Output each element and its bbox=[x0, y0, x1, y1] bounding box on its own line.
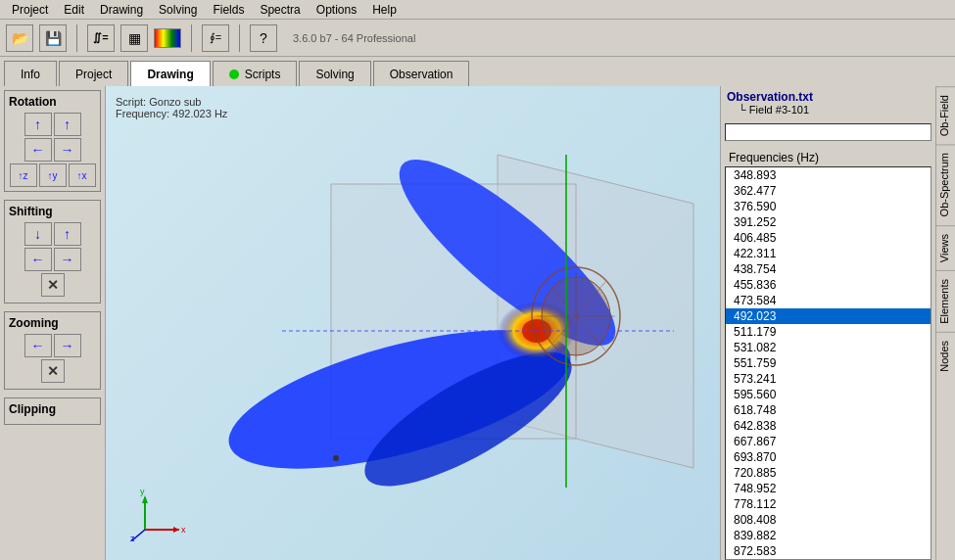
integral-double-button[interactable]: ∬= bbox=[87, 24, 115, 52]
freq-item[interactable]: 362.477 bbox=[726, 183, 931, 199]
freq-item[interactable]: 778.112 bbox=[726, 496, 931, 512]
obs-field-label: Field #3-101 bbox=[749, 104, 809, 116]
freq-item[interactable]: 438.754 bbox=[726, 261, 931, 277]
rotation-up-right[interactable]: ↑ bbox=[54, 113, 81, 136]
color-button[interactable] bbox=[154, 28, 181, 48]
menu-edit[interactable]: Edit bbox=[56, 3, 92, 17]
rotation-y[interactable]: ↑y bbox=[39, 163, 67, 187]
freq-item[interactable]: 808.408 bbox=[726, 512, 931, 528]
freq-section: Frequencies (Hz) 348.893362.477376.59039… bbox=[725, 149, 931, 560]
tab-scripts[interactable]: Scripts bbox=[213, 61, 298, 86]
freq-item[interactable]: 531.082 bbox=[726, 340, 931, 355]
shifting-up-left[interactable]: ↓ bbox=[24, 222, 52, 246]
clipping-section: Clipping bbox=[4, 397, 101, 425]
open-button[interactable]: 📂 bbox=[6, 24, 33, 52]
menu-solving[interactable]: Solving bbox=[151, 3, 205, 17]
freq-item[interactable]: 492.023 bbox=[726, 308, 931, 324]
freq-list[interactable]: 348.893362.477376.590391.252406.485422.3… bbox=[725, 166, 931, 560]
freq-item[interactable]: 595.560 bbox=[726, 387, 931, 402]
script-label: Script: bbox=[116, 96, 146, 108]
svg-point-15 bbox=[333, 455, 339, 461]
tab-drawing-label: Drawing bbox=[147, 68, 193, 81]
shifting-left[interactable]: ← bbox=[24, 248, 52, 271]
freq-item[interactable]: 642.838 bbox=[726, 418, 931, 434]
freq-item[interactable]: 406.485 bbox=[726, 230, 931, 246]
shifting-title: Shifting bbox=[9, 205, 96, 218]
rotation-title: Rotation bbox=[9, 95, 96, 109]
freq-item[interactable]: 693.870 bbox=[726, 449, 931, 465]
tab-info-label: Info bbox=[21, 68, 40, 81]
left-panel: Rotation ↑ ↑ ← → ↑z ↑y ↑x Shifting ↓ ↑ ←… bbox=[0, 86, 106, 560]
rotation-up-left[interactable]: ↑ bbox=[24, 113, 52, 136]
freq-item[interactable]: 391.252 bbox=[726, 214, 931, 230]
menu-drawing[interactable]: Drawing bbox=[92, 3, 151, 17]
side-tabs: Ob-Field Ob-Spectrum Views Elements Node… bbox=[935, 86, 955, 560]
freq-item[interactable]: 573.241 bbox=[726, 371, 931, 387]
side-tab-elements[interactable]: Elements bbox=[936, 270, 955, 332]
shifting-reset[interactable]: ✕ bbox=[41, 273, 65, 297]
freq-item[interactable]: 422.311 bbox=[726, 246, 931, 261]
rotation-axis-arrows: ↑z ↑y ↑x bbox=[9, 163, 96, 187]
integral-table-button[interactable]: ▦ bbox=[120, 24, 148, 52]
freq-item[interactable]: 348.893 bbox=[726, 167, 931, 183]
freq-item[interactable]: 748.952 bbox=[726, 481, 931, 496]
clipping-title: Clipping bbox=[9, 402, 96, 416]
zoom-in[interactable]: → bbox=[54, 334, 81, 357]
menu-fields[interactable]: Fields bbox=[205, 3, 252, 17]
shifting-section: Shifting ↓ ↑ ← → ✕ bbox=[4, 200, 101, 303]
tabbar: Info Project Drawing Scripts Solving Obs… bbox=[0, 57, 955, 86]
tab-project-label: Project bbox=[75, 68, 112, 81]
menu-options[interactable]: Options bbox=[309, 3, 364, 17]
rotation-arrows: ↑ ↑ ← → bbox=[9, 113, 96, 162]
svg-text:y: y bbox=[140, 487, 145, 496]
menu-help[interactable]: Help bbox=[364, 3, 405, 17]
tab-info[interactable]: Info bbox=[4, 61, 57, 86]
freq-item[interactable]: 872.583 bbox=[726, 543, 931, 559]
save-button[interactable]: 💾 bbox=[39, 24, 67, 52]
tab-drawing[interactable]: Drawing bbox=[130, 61, 210, 86]
freq-item[interactable]: 839.882 bbox=[726, 528, 931, 543]
freq-item[interactable]: 511.179 bbox=[726, 324, 931, 340]
rotation-left[interactable]: ← bbox=[24, 138, 52, 162]
tab-observation[interactable]: Observation bbox=[373, 61, 470, 86]
zoom-out[interactable]: ← bbox=[24, 334, 52, 357]
obs-text-area bbox=[725, 123, 931, 141]
help-button[interactable]: ? bbox=[250, 24, 277, 52]
tab-observation-label: Observation bbox=[390, 68, 454, 81]
frequency-value: 492.023 Hz bbox=[172, 108, 227, 119]
script-info: Script: Gonzo sub bbox=[116, 96, 227, 108]
script-name: Gonzo sub bbox=[149, 96, 201, 108]
zooming-title: Zooming bbox=[9, 316, 96, 330]
menu-spectra[interactable]: Spectra bbox=[252, 3, 308, 17]
freq-item[interactable]: 455.836 bbox=[726, 277, 931, 293]
version-label: 3.6.0 b7 - 64 Professional bbox=[293, 32, 415, 44]
rotation-x[interactable]: ↑x bbox=[69, 163, 96, 187]
rotation-right[interactable]: → bbox=[54, 138, 81, 162]
svg-marker-19 bbox=[142, 495, 148, 503]
freq-item[interactable]: 667.867 bbox=[726, 434, 931, 449]
freq-item[interactable]: 376.590 bbox=[726, 199, 931, 214]
viewport[interactable]: Script: Gonzo sub Frequency: 492.023 Hz bbox=[106, 86, 720, 560]
rotation-z[interactable]: ↑z bbox=[10, 163, 37, 187]
side-tab-ob-spectrum[interactable]: Ob-Spectrum bbox=[936, 144, 955, 224]
toolbar: 📂 💾 ∬= ▦ ∮= ? 3.6.0 b7 - 64 Professional bbox=[0, 20, 955, 57]
freq-item[interactable]: 618.748 bbox=[726, 402, 931, 418]
right-panel: Observation.txt └ Field #3-101 Frequenci… bbox=[720, 86, 935, 560]
freq-item[interactable]: 473.584 bbox=[726, 293, 931, 308]
integral-single-button[interactable]: ∮= bbox=[202, 24, 229, 52]
shifting-arrows: ↓ ↑ ← → bbox=[9, 222, 96, 271]
side-tab-nodes[interactable]: Nodes bbox=[936, 332, 955, 380]
shifting-right[interactable]: → bbox=[54, 248, 81, 271]
side-tab-views[interactable]: Views bbox=[936, 225, 955, 270]
side-tab-ob-field[interactable]: Ob-Field bbox=[936, 86, 955, 144]
tab-solving[interactable]: Solving bbox=[299, 61, 370, 86]
viewport-info: Script: Gonzo sub Frequency: 492.023 Hz bbox=[116, 96, 227, 119]
frequency-info: Frequency: 492.023 Hz bbox=[116, 108, 227, 119]
shifting-up-right[interactable]: ↑ bbox=[54, 222, 81, 246]
axes-indicator: x y z bbox=[130, 486, 189, 544]
menu-project[interactable]: Project bbox=[4, 3, 56, 17]
zooming-reset[interactable]: ✕ bbox=[41, 359, 65, 383]
tab-project[interactable]: Project bbox=[59, 61, 128, 86]
freq-item[interactable]: 720.885 bbox=[726, 465, 931, 481]
freq-item[interactable]: 551.759 bbox=[726, 355, 931, 371]
